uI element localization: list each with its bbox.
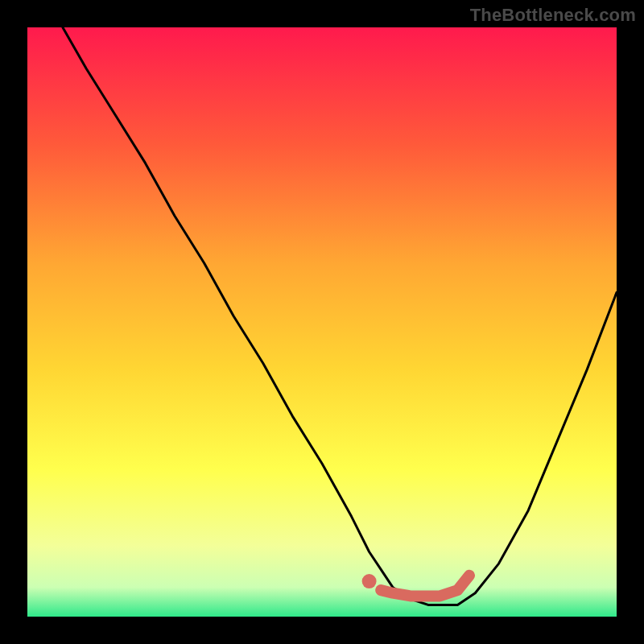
marker-point [362, 574, 377, 588]
plot-area [27, 27, 617, 617]
chart-frame: TheBottleneck.com [0, 0, 644, 644]
chart-svg [27, 27, 617, 617]
watermark-text: TheBottleneck.com [470, 5, 636, 26]
